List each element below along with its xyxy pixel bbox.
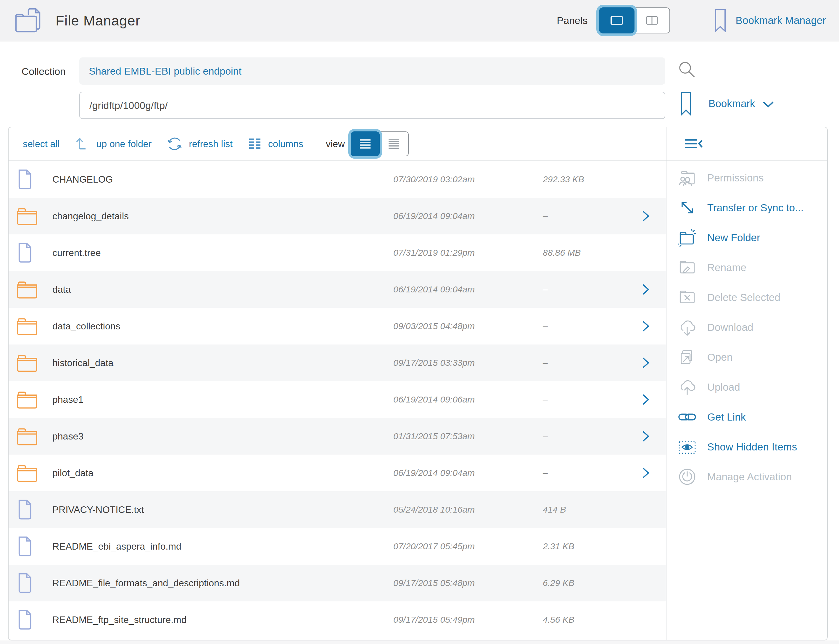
file-name: current.tree	[53, 247, 101, 258]
file-row-README_ftp_site_structure.md[interactable]: README_ftp_site_structure.md 09/17/2015 …	[8, 601, 666, 638]
sidebar-item-transfer-or-sync[interactable]: Transfer or Sync to...	[667, 193, 827, 223]
columns-button[interactable]: columns	[248, 137, 303, 151]
bookmark-label: Bookmark	[708, 98, 755, 110]
get-link-icon	[678, 408, 697, 426]
path-value: /gridftp/1000g/ftp/	[89, 100, 168, 111]
file-name: CHANGELOG	[53, 174, 113, 185]
new-folder-icon	[678, 229, 697, 246]
file-name: README_file_formats_and_descriptions.md	[53, 578, 240, 589]
transfer-icon	[678, 199, 697, 217]
path-field[interactable]: /gridftp/1000g/ftp/	[79, 92, 665, 119]
sidebar-item-get-link[interactable]: Get Link	[667, 402, 827, 432]
file-name: data	[53, 284, 71, 295]
file-modified-date: 09/03/2015 04:48pm	[393, 321, 475, 331]
file-list: CHANGELOG 07/30/2019 03:02am 292.33 KB c…	[8, 161, 666, 640]
search-button[interactable]	[678, 61, 696, 79]
open-folder-chevron-icon[interactable]	[642, 210, 650, 222]
up-one-folder-button[interactable]: up one folder	[75, 136, 152, 151]
sidebar-item-download[interactable]: Download	[667, 312, 827, 342]
folder-icon	[17, 207, 38, 225]
file-modified-date: 06/19/2014 09:04am	[393, 468, 475, 478]
file-name: historical_data	[53, 358, 113, 368]
collection-label: Collection	[0, 66, 66, 77]
file-row-PRIVACY-NOTICE.txt[interactable]: PRIVACY-NOTICE.txt 05/24/2018 10:16am 41…	[8, 491, 666, 528]
file-modified-date: 01/31/2015 07:53am	[393, 431, 475, 441]
file-icon	[17, 243, 32, 263]
collapse-menu-icon	[684, 138, 703, 150]
app-header: File Manager Panels Bookmark Manager	[0, 0, 839, 41]
file-row-README_file_formats_and_descriptions.md[interactable]: README_file_formats_and_descriptions.md …	[8, 565, 666, 601]
file-size: –	[543, 394, 548, 404]
open-folder-chevron-icon[interactable]	[642, 357, 650, 369]
file-size: –	[543, 468, 548, 478]
sidebar-item-permissions[interactable]: Permissions	[667, 163, 827, 193]
collection-value: Shared EMBL-EBI public endpoint	[89, 66, 241, 77]
sidebar-item-open[interactable]: Open	[667, 342, 827, 372]
sidebar-menu: Permissions Transfer or Sync to...	[667, 161, 827, 491]
file-name: pilot_data	[53, 468, 94, 478]
file-row-pilot_data[interactable]: pilot_data 06/19/2014 09:04am –	[8, 455, 666, 491]
bookmark-icon	[680, 91, 692, 116]
file-icon	[17, 610, 32, 630]
chevron-down-icon	[762, 101, 774, 108]
file-row-phase1[interactable]: phase1 06/19/2014 09:06am –	[8, 381, 666, 418]
refresh-icon	[167, 136, 182, 151]
file-modified-date: 07/20/2017 05:45pm	[393, 541, 475, 551]
dual-panel-button[interactable]	[634, 7, 670, 33]
folder-icon	[17, 280, 38, 299]
collapse-sidebar-button[interactable]	[684, 138, 703, 150]
file-size: –	[543, 431, 548, 441]
rename-icon	[678, 259, 697, 276]
file-row-changelog_details[interactable]: changelog_details 06/19/2014 09:04am –	[8, 198, 666, 234]
list-view-button[interactable]	[351, 131, 380, 156]
sidebar-item-rename[interactable]: Rename	[667, 253, 827, 283]
folder-icon	[17, 390, 38, 409]
search-icon	[678, 61, 696, 79]
open-folder-chevron-icon[interactable]	[642, 394, 650, 406]
up-one-folder-icon	[75, 136, 90, 151]
bookmark-manager-button[interactable]: Bookmark Manager	[714, 8, 826, 32]
file-modified-date: 07/30/2019 03:02am	[393, 174, 475, 184]
upload-icon	[678, 378, 697, 396]
select-all-button[interactable]: select all	[23, 138, 60, 150]
file-modified-date: 09/17/2015 05:49pm	[393, 615, 475, 625]
file-row-data_collections[interactable]: data_collections 09/03/2015 04:48pm –	[8, 308, 666, 345]
panels-label: Panels	[557, 15, 588, 26]
permissions-icon	[678, 169, 697, 187]
file-row-CHANGELOG[interactable]: CHANGELOG 07/30/2019 03:02am 292.33 KB	[8, 161, 666, 198]
single-panel-button[interactable]	[599, 7, 634, 33]
sidebar-item-delete-selected[interactable]: Delete Selected	[667, 283, 827, 312]
file-name: phase1	[53, 394, 84, 405]
file-modified-date: 09/17/2015 05:48pm	[393, 578, 475, 588]
file-row-data[interactable]: data 06/19/2014 09:04am –	[8, 271, 666, 308]
file-name: PRIVACY-NOTICE.txt	[53, 504, 144, 515]
refresh-list-button[interactable]: refresh list	[167, 136, 233, 151]
bookmark-dropdown[interactable]: Bookmark	[680, 91, 774, 116]
file-size: 88.86 MB	[543, 248, 581, 258]
compact-view-button[interactable]	[380, 131, 409, 156]
file-size: –	[543, 321, 548, 331]
sidebar-item-new-folder[interactable]: New Folder	[667, 223, 827, 253]
file-row-README_ebi_aspera_info.md[interactable]: README_ebi_aspera_info.md 07/20/2017 05:…	[8, 528, 666, 565]
open-folder-chevron-icon[interactable]	[642, 284, 650, 296]
sidebar-item-show-hidden-items[interactable]: Show Hidden Items	[667, 432, 827, 462]
sidebar-item-upload[interactable]: Upload	[667, 372, 827, 402]
open-folder-chevron-icon[interactable]	[642, 467, 650, 479]
file-row-phase3[interactable]: phase3 01/31/2015 07:53am –	[8, 418, 666, 455]
file-row-current.tree[interactable]: current.tree 07/31/2019 01:29pm 88.86 MB	[8, 234, 666, 271]
list-view-icon	[359, 138, 371, 149]
file-icon	[17, 499, 32, 520]
sidebar-item-manage-activation[interactable]: Manage Activation	[667, 462, 827, 491]
single-panel-icon	[610, 15, 624, 25]
file-size: –	[543, 211, 548, 221]
open-folder-chevron-icon[interactable]	[642, 430, 650, 442]
file-size: –	[543, 284, 548, 294]
action-sidebar: Permissions Transfer or Sync to...	[666, 127, 827, 640]
panels-toggle	[599, 7, 670, 33]
file-size: 414 B	[543, 504, 566, 515]
file-size: 2.31 KB	[543, 541, 575, 551]
collection-field[interactable]: Shared EMBL-EBI public endpoint	[79, 58, 665, 85]
file-icon	[17, 536, 32, 556]
file-row-historical_data[interactable]: historical_data 09/17/2015 03:33pm –	[8, 345, 666, 381]
open-folder-chevron-icon[interactable]	[642, 320, 650, 332]
